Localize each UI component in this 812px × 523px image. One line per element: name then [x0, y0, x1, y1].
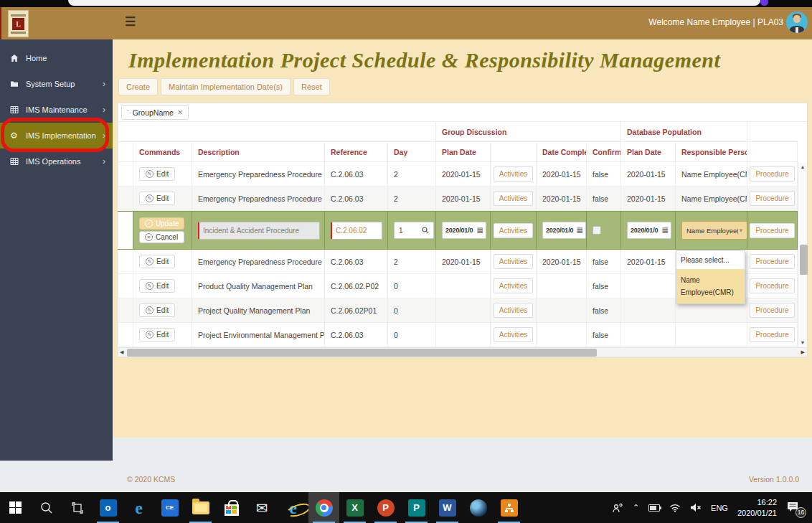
remove-group-icon[interactable]: ✕ — [177, 108, 183, 116]
taskbar-mail[interactable]: ✉ — [247, 492, 278, 523]
scroll-left-icon[interactable]: ◀ — [118, 349, 126, 355]
activities-button[interactable]: Activities — [494, 254, 533, 269]
activities-button[interactable]: Activities — [494, 327, 533, 342]
sidebar-item-ims-maintenance[interactable]: IMS Maintenance › — [0, 97, 113, 123]
date-completed-input[interactable]: 2020/01/0 ▦ — [542, 222, 586, 239]
edit-button[interactable]: ✎Edit — [139, 167, 175, 181]
browser-extension-icon[interactable] — [760, 0, 768, 6]
taskbar-app-org-chart[interactable] — [494, 492, 524, 523]
vertical-scrollbar[interactable]: ▲ ▼ — [798, 162, 807, 347]
taskbar-store[interactable] — [216, 492, 247, 523]
responsible-person-select[interactable]: Name Employee(.. ▼ — [681, 221, 747, 240]
calendar-icon[interactable]: ▦ — [662, 227, 669, 234]
task-view-button[interactable] — [62, 492, 93, 523]
procedure-button[interactable]: Procedure — [750, 191, 794, 206]
people-icon[interactable] — [612, 503, 623, 513]
edit-button[interactable]: ✎Edit — [139, 192, 175, 205]
company-logo[interactable]: L — [8, 10, 29, 37]
edit-icon: ✎ — [146, 258, 154, 265]
taskbar-publisher[interactable]: P — [401, 492, 432, 523]
col-confirm[interactable]: Confirm — [587, 142, 621, 162]
maintain-implementation-dates-button[interactable]: Maintain Implementation Date(s) — [161, 78, 291, 95]
procedure-button[interactable]: Procedure — [750, 223, 794, 238]
taskbar-chrome[interactable] — [308, 492, 339, 523]
activities-button[interactable]: Activities — [494, 278, 533, 293]
edit-button[interactable]: ✎Edit — [139, 303, 175, 317]
description-input[interactable] — [198, 222, 320, 240]
col-description[interactable]: Description — [192, 142, 325, 162]
browser-address-bar[interactable] — [68, 0, 760, 6]
taskbar-edge[interactable]: e — [123, 492, 154, 523]
col-commands[interactable]: Commands — [133, 142, 192, 162]
taskbar-search-button[interactable] — [31, 492, 62, 523]
scroll-right-icon[interactable]: ▶ — [799, 349, 807, 355]
edit-button[interactable]: ✎Edit — [139, 279, 175, 293]
user-avatar[interactable] — [786, 11, 808, 33]
reset-button[interactable]: Reset — [293, 78, 330, 95]
procedure-button[interactable]: Procedure — [750, 166, 794, 182]
tray-expand-icon[interactable]: ⌃ — [633, 503, 639, 512]
col-day[interactable]: Day — [388, 142, 436, 162]
create-button[interactable]: Create — [118, 78, 158, 95]
taskbar-app-blue[interactable]: CE — [154, 492, 185, 523]
edit-button[interactable]: ✎Edit — [139, 328, 175, 341]
sidebar-item-system-setup[interactable]: System Setup › — [0, 71, 113, 97]
page-title: Implementation Project Schedule & Respon… — [128, 48, 812, 72]
confirm-checkbox[interactable] — [593, 226, 601, 235]
horizontal-scroll-track[interactable] — [126, 349, 798, 357]
procedure-button[interactable]: Procedure — [750, 254, 794, 269]
sidebar-item-ims-operations[interactable]: IMS Operations › — [0, 149, 113, 174]
dropdown-option[interactable]: Please select... — [676, 251, 745, 269]
db-plan-date-input[interactable]: 2020/01/0 ▦ — [627, 222, 671, 239]
taskbar-word[interactable]: W — [432, 492, 463, 523]
activities-button[interactable]: Activities — [494, 166, 533, 182]
col-date-completed[interactable]: Date Comple... — [537, 142, 587, 162]
procedure-button[interactable]: Procedure — [750, 303, 794, 318]
taskbar-internet-explorer[interactable]: e — [278, 492, 308, 523]
edit-button[interactable]: ✎Edit — [139, 255, 175, 268]
taskbar-powerpoint[interactable]: P — [370, 492, 401, 523]
day-input[interactable]: 1 — [394, 222, 434, 239]
notification-center-button[interactable]: 16 — [786, 501, 805, 515]
vertical-scroll-thumb[interactable] — [800, 245, 808, 275]
col-db-plan-date[interactable]: Plan Date — [621, 142, 676, 162]
group-chip[interactable]: ˆ GroupName ✕ — [121, 105, 189, 120]
dropdown-option-highlighted[interactable]: Name Employee(CMR) — [676, 269, 745, 303]
activities-button[interactable]: Activities — [494, 191, 533, 206]
horizontal-scrollbar[interactable]: ◀ ▶ — [118, 347, 807, 357]
language-indicator[interactable]: ENG — [711, 504, 728, 512]
group-header-empty — [747, 122, 798, 142]
calendar-icon[interactable]: ▦ — [577, 227, 583, 234]
col-gd-plan-date[interactable]: Plan Date — [436, 142, 491, 162]
col-reference[interactable]: Reference — [325, 142, 388, 162]
procedure-button[interactable]: Procedure — [750, 327, 794, 342]
update-button[interactable]: ✓Update — [139, 217, 184, 230]
calendar-icon[interactable]: ▦ — [477, 227, 483, 234]
taskbar-clock[interactable]: 16:22 2020/01/21 — [737, 497, 777, 519]
toolbar: Create Maintain Implementation Date(s) R… — [118, 78, 812, 95]
vertical-scroll-track[interactable] — [798, 171, 807, 338]
activities-button[interactable]: Activities — [494, 223, 533, 238]
start-button[interactable] — [0, 492, 31, 523]
taskbar-excel[interactable]: X — [339, 492, 370, 523]
scroll-up-icon[interactable]: ▲ — [801, 162, 806, 171]
search-icon[interactable] — [422, 227, 429, 234]
sidebar-item-ims-implementation[interactable]: ⚙ IMS Implementation › — [0, 123, 113, 149]
wifi-icon[interactable] — [669, 504, 681, 512]
taskbar-app-sphere[interactable] — [463, 492, 494, 523]
procedure-button[interactable]: Procedure — [750, 278, 794, 293]
sort-asc-icon[interactable]: ˆ — [127, 109, 129, 116]
horizontal-scroll-thumb[interactable] — [127, 349, 597, 357]
hamburger-menu-icon[interactable]: ☰ — [125, 14, 136, 30]
taskbar-file-explorer[interactable] — [185, 492, 216, 523]
gd-plan-date-input[interactable]: 2020/01/0 ▦ — [442, 222, 486, 239]
sidebar-item-home[interactable]: Home — [0, 45, 113, 71]
cancel-button[interactable]: ✕Cancel — [139, 231, 184, 243]
scroll-down-icon[interactable]: ▼ — [801, 338, 806, 347]
volume-muted-icon[interactable] — [690, 503, 702, 512]
taskbar-outlook[interactable]: o — [93, 492, 123, 523]
col-responsible-person[interactable]: Responsible Person — [676, 142, 747, 162]
activities-button[interactable]: Activities — [494, 303, 533, 318]
battery-icon[interactable] — [648, 504, 660, 512]
reference-input[interactable] — [331, 222, 382, 240]
